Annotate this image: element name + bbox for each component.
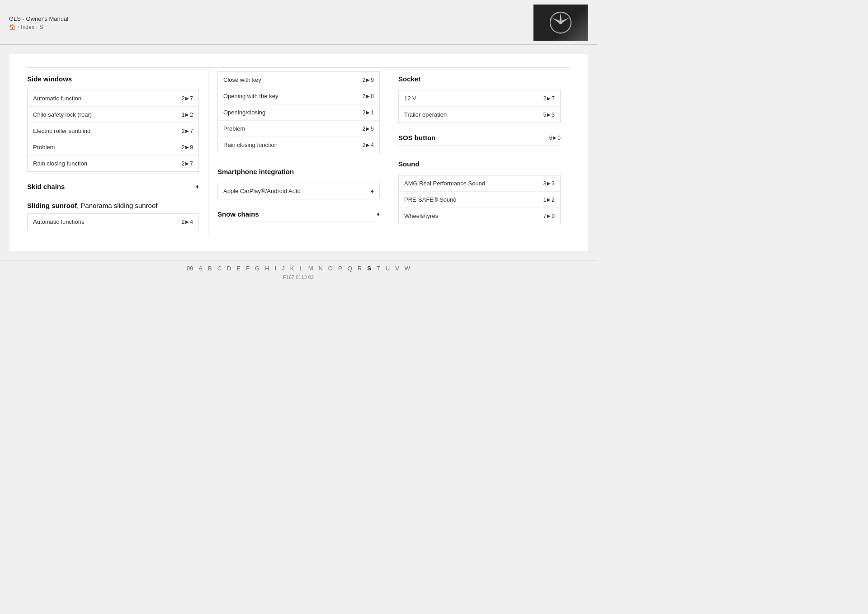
sound-section: Sound AMG Real Performance Sound 3▶3 PRE… bbox=[398, 146, 561, 224]
entry-page: 2▶7 bbox=[543, 95, 555, 102]
col2-top-group: Close with key 2▶9 Opening with the key … bbox=[217, 71, 380, 153]
list-item: Automatic function 2▶7 bbox=[28, 90, 198, 107]
sliding-sunroof-subtitle: , Panorama sliding sunroof bbox=[77, 202, 157, 209]
entry-label: Child safety lock (rear) bbox=[33, 111, 182, 118]
svg-marker-2 bbox=[560, 13, 562, 21]
side-windows-group: Automatic function 2▶7 Child safety lock… bbox=[27, 90, 199, 172]
alpha-N[interactable]: N bbox=[318, 265, 322, 272]
skid-chains-title: Skid chains bbox=[27, 183, 65, 190]
entry-page: 2▶8 bbox=[363, 93, 374, 99]
entry-label: Apple CarPlay®/Android Auto bbox=[223, 188, 371, 194]
list-item: AMG Real Performance Sound 3▶3 bbox=[399, 175, 560, 192]
alpha-U[interactable]: U bbox=[386, 265, 390, 272]
entry-label: Opening with the key bbox=[223, 93, 363, 99]
entry-label: Automatic function bbox=[33, 95, 182, 102]
entry-label: Problem bbox=[223, 125, 363, 132]
alpha-B[interactable]: B bbox=[208, 265, 212, 272]
sos-button-page: 6▶0 bbox=[549, 135, 561, 141]
entry-label: Automatic functions bbox=[33, 218, 182, 225]
main-content: Side windows Automatic function 2▶7 Chil… bbox=[9, 54, 588, 251]
socket-title: Socket bbox=[398, 68, 561, 86]
list-item: Automatic functions 2▶4 bbox=[28, 214, 198, 230]
entry-page: 3▶3 bbox=[543, 180, 555, 187]
alpha-C[interactable]: C bbox=[217, 265, 222, 272]
sound-group: AMG Real Performance Sound 3▶3 PRE-SAFE®… bbox=[398, 175, 561, 224]
entry-page: 2▶4 bbox=[182, 219, 193, 225]
skid-chains-entry: Skid chains ♦ bbox=[27, 179, 199, 194]
list-item: Trailer operation 5▶3 bbox=[399, 107, 560, 123]
sos-button-title: SOS button bbox=[398, 134, 436, 142]
list-item: Rain closing function 2▶7 bbox=[28, 156, 198, 171]
list-item: Problem 2▶5 bbox=[218, 121, 379, 137]
skid-chains-page: ♦ bbox=[196, 183, 199, 190]
entry-label: Electric roller sunblind bbox=[33, 128, 182, 134]
sliding-sunroof-section: Sliding sunroof, Panorama sliding sunroo… bbox=[27, 194, 199, 230]
logo-area bbox=[533, 5, 588, 41]
list-item: PRE-SAFE® Sound 1▶2 bbox=[399, 192, 560, 208]
svg-marker-3 bbox=[552, 17, 560, 23]
alpha-W[interactable]: W bbox=[405, 265, 410, 272]
alpha-I[interactable]: I bbox=[275, 265, 277, 272]
breadcrumb-sep2: › bbox=[36, 24, 38, 29]
list-item: Wheels/tyres 7▶0 bbox=[399, 208, 560, 224]
alpha-E[interactable]: E bbox=[236, 265, 241, 272]
alpha-T[interactable]: T bbox=[377, 265, 380, 272]
entry-page: 2▶7 bbox=[182, 95, 193, 102]
smartphone-group: Apple CarPlay®/Android Auto ♦ bbox=[217, 183, 380, 199]
snow-chains-title: Snow chains bbox=[217, 210, 259, 218]
alpha-J[interactable]: J bbox=[282, 265, 285, 272]
breadcrumb-s: S bbox=[39, 24, 43, 30]
alpha-09[interactable]: 09 bbox=[187, 265, 193, 272]
alpha-V[interactable]: V bbox=[395, 265, 399, 272]
list-item: 12 V 2▶7 bbox=[399, 90, 560, 107]
entry-page: 7▶0 bbox=[543, 213, 555, 219]
entry-page: 2▶4 bbox=[363, 142, 374, 148]
entry-page: 2▶9 bbox=[182, 144, 193, 151]
alpha-F[interactable]: F bbox=[246, 265, 250, 272]
entry-label: Rain closing function bbox=[223, 142, 363, 148]
list-item: Close with key 2▶9 bbox=[218, 72, 379, 88]
header-left: GLS - Owner's Manual 🏠 › Index › S bbox=[9, 15, 68, 30]
entry-label: AMG Real Performance Sound bbox=[404, 180, 543, 187]
alpha-D[interactable]: D bbox=[227, 265, 231, 272]
alpha-H[interactable]: H bbox=[265, 265, 269, 272]
sliding-sunroof-title: Sliding sunroof bbox=[27, 202, 77, 209]
entry-label: Rain closing function bbox=[33, 160, 182, 167]
breadcrumb-home-icon[interactable]: 🏠 bbox=[9, 24, 16, 30]
entry-label: Close with key bbox=[223, 76, 363, 83]
entry-page: 2▶7 bbox=[182, 161, 193, 167]
alpha-S[interactable]: S bbox=[367, 265, 371, 272]
sos-button-entry: SOS button 6▶0 bbox=[398, 130, 561, 146]
entry-label: Wheels/tyres bbox=[404, 213, 543, 219]
section-side-windows-title: Side windows bbox=[27, 68, 199, 86]
snow-chains-entry: Snow chains ♦ bbox=[217, 207, 380, 222]
alpha-R[interactable]: R bbox=[358, 265, 362, 272]
alpha-L[interactable]: L bbox=[299, 265, 302, 272]
list-item: Rain closing function 2▶4 bbox=[218, 137, 379, 153]
entry-page: 5▶3 bbox=[543, 112, 555, 118]
list-item: Opening with the key 2▶8 bbox=[218, 88, 379, 104]
entry-label: PRE-SAFE® Sound bbox=[404, 196, 543, 203]
footer: 09 A B C D E F G H I J K L M N O P Q R S… bbox=[0, 260, 597, 284]
list-item: Apple CarPlay®/Android Auto ♦ bbox=[218, 183, 379, 199]
column-1: Side windows Automatic function 2▶7 Chil… bbox=[27, 68, 208, 237]
entry-page: 2▶9 bbox=[363, 77, 374, 83]
index-grid: Side windows Automatic function 2▶7 Chil… bbox=[27, 67, 570, 237]
breadcrumb-index[interactable]: Index bbox=[21, 24, 34, 30]
smartphone-title: Smartphone integration bbox=[217, 161, 380, 179]
alpha-P[interactable]: P bbox=[338, 265, 342, 272]
alpha-Q[interactable]: Q bbox=[348, 265, 352, 272]
alpha-A[interactable]: A bbox=[198, 265, 203, 272]
alphabet-nav: 09 A B C D E F G H I J K L M N O P Q R S… bbox=[0, 265, 597, 272]
alpha-O[interactable]: O bbox=[328, 265, 333, 272]
alpha-G[interactable]: G bbox=[255, 265, 259, 272]
entry-page: 2▶7 bbox=[182, 128, 193, 134]
entry-page: 2▶1 bbox=[363, 109, 374, 116]
entry-label: Trailer operation bbox=[404, 111, 543, 118]
alpha-K[interactable]: K bbox=[290, 265, 294, 272]
entry-page: 1▶2 bbox=[543, 197, 555, 203]
alpha-M[interactable]: M bbox=[308, 265, 313, 272]
svg-point-5 bbox=[559, 21, 562, 24]
entry-label: Opening/closing bbox=[223, 109, 363, 116]
list-item: Child safety lock (rear) 1▶2 bbox=[28, 107, 198, 123]
